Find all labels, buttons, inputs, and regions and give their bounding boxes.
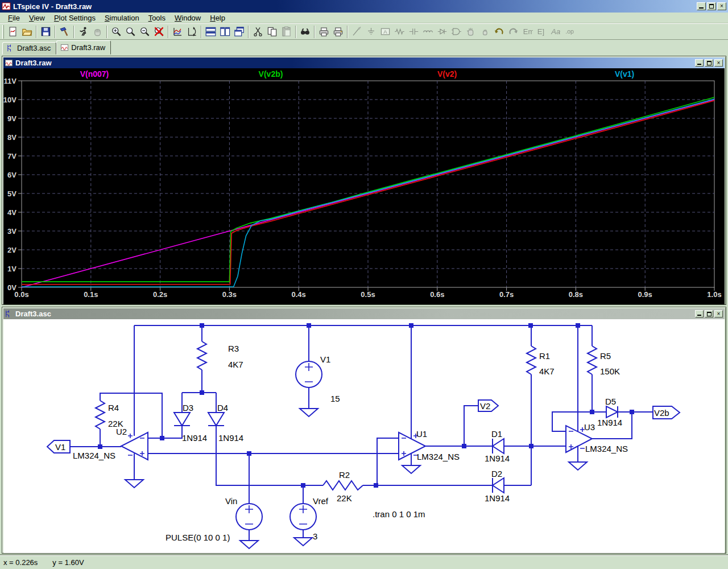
- schematic-minimize-button[interactable]: [695, 310, 704, 318]
- toolbar-separator: [36, 26, 37, 38]
- tile-horizontal-icon: [205, 26, 216, 37]
- resistor-R3[interactable]: [197, 341, 206, 370]
- app-title: LTspice IV - Draft3.raw: [13, 2, 697, 11]
- legend-item-V(v1)[interactable]: V(v1): [615, 69, 634, 79]
- svg-text:0.5s: 0.5s: [361, 290, 375, 299]
- zoom-out-button[interactable]: [138, 25, 152, 39]
- menu-item-plot-settings[interactable]: Plot Settings: [49, 13, 100, 23]
- find-button[interactable]: [298, 25, 312, 39]
- port-flag-V2b[interactable]: V2b: [653, 406, 680, 419]
- schematic-label-R3: R3: [228, 344, 239, 353]
- waveform-maximize-button[interactable]: [705, 59, 713, 67]
- run-icon: [78, 26, 89, 37]
- move-button: [464, 25, 478, 39]
- schematic-window-titlebar[interactable]: Draft3.asc ×: [3, 308, 725, 319]
- app-minimize-button[interactable]: [697, 2, 706, 10]
- legend-item-V(v2b)[interactable]: V(v2b): [259, 69, 283, 79]
- waveform-chart[interactable]: 0V1V2V3V4V5V6V7V8V9V10V11V0.0s0.1s0.2s0.…: [3, 68, 725, 304]
- legend-item-V(v2)[interactable]: V(v2): [437, 69, 457, 79]
- autorange-button[interactable]: [171, 25, 185, 39]
- mark-data-button[interactable]: [185, 25, 199, 39]
- diode-D2[interactable]: [493, 478, 504, 493]
- schematic-canvas[interactable]: V1 V2 V2b R34K7V115D3D41N9141N914R422KU2…: [3, 319, 725, 553]
- tab-label: Draft3.raw: [71, 43, 105, 52]
- menu-item-window[interactable]: Window: [170, 13, 205, 23]
- resistor-R1[interactable]: [527, 346, 536, 374]
- ltspice-logo-icon: [2, 2, 11, 11]
- undo-button[interactable]: [492, 25, 506, 39]
- resistor-button: [392, 25, 407, 39]
- resistor-R4[interactable]: [96, 401, 105, 429]
- resistor-icon: [394, 26, 405, 37]
- diode-D1[interactable]: [493, 439, 504, 453]
- new-schematic-button[interactable]: [6, 25, 20, 39]
- cascade-button[interactable]: [232, 25, 246, 39]
- trace-legend: V(n007)V(v2b)V(v2)V(v1): [3, 69, 725, 79]
- svg-text:0.8s: 0.8s: [569, 290, 583, 299]
- run-button[interactable]: [76, 25, 90, 39]
- schematic-file-icon: [6, 44, 15, 52]
- diode-D5[interactable]: [606, 406, 618, 418]
- svg-text:4V: 4V: [7, 208, 16, 217]
- save-icon: [40, 26, 51, 37]
- tab-draft3-raw[interactable]: Draft3.raw: [56, 40, 111, 55]
- copy-button[interactable]: [265, 25, 279, 39]
- svg-text:10V: 10V: [3, 96, 16, 104]
- menu-item-file[interactable]: File: [3, 13, 24, 23]
- waveform-plot-area[interactable]: V(n007)V(v2b)V(v2)V(v1) 0V1V2V3V4V5V6V7V…: [3, 68, 725, 304]
- ground-symbols: [125, 409, 587, 549]
- menu-item-help[interactable]: Help: [205, 13, 230, 23]
- save-button[interactable]: [39, 25, 53, 39]
- schematic-label-LM324-NS: LM324_NS: [417, 452, 460, 461]
- tile-vertical-button[interactable]: [218, 25, 232, 39]
- menu-item-view[interactable]: View: [24, 13, 49, 23]
- zoom-back-button[interactable]: [123, 25, 138, 39]
- voltage-source-Vin[interactable]: [236, 504, 262, 530]
- tile-horizontal-button[interactable]: [204, 25, 218, 39]
- svg-text:1V: 1V: [7, 265, 16, 273]
- waveform-minimize-button[interactable]: [695, 59, 704, 67]
- cut-button[interactable]: [251, 25, 265, 39]
- resistor-R2[interactable]: [323, 481, 363, 490]
- schematic-close-button[interactable]: ×: [714, 310, 723, 318]
- control-panel-button[interactable]: [57, 25, 72, 39]
- net-label-icon: A: [380, 26, 391, 37]
- menu-bar: FileViewPlot SettingsSimulationToolsWind…: [0, 13, 728, 23]
- spice-directive-button: .op: [563, 25, 577, 39]
- resistor-R5[interactable]: [588, 346, 597, 374]
- menu-item-tools[interactable]: Tools: [144, 13, 170, 23]
- tab-draft3-asc[interactable]: Draft3.asc: [2, 42, 56, 55]
- waveform-window-titlebar[interactable]: Draft3.raw ×: [3, 57, 725, 68]
- text-button: Aa: [549, 25, 563, 39]
- svg-text:0.4s: 0.4s: [292, 290, 306, 299]
- waveform-close-button[interactable]: ×: [714, 59, 723, 67]
- schematic-label-D4: D4: [217, 403, 228, 413]
- rotate-icon: Em: [522, 26, 533, 37]
- schematic-maximize-button[interactable]: [705, 310, 713, 318]
- zoom-full-button[interactable]: [152, 25, 166, 39]
- schematic-label-3: 3: [313, 531, 317, 541]
- menu-item-simulation[interactable]: Simulation: [100, 13, 144, 23]
- paste-icon: [281, 26, 292, 37]
- legend-item-V(n007)[interactable]: V(n007): [80, 69, 109, 79]
- print-preview-button[interactable]: [317, 25, 331, 39]
- open-file-button[interactable]: [20, 25, 34, 39]
- zoom-in-button[interactable]: [109, 25, 123, 39]
- diode-D3[interactable]: [174, 413, 190, 426]
- paste-button: [279, 25, 293, 39]
- print-button[interactable]: [331, 25, 345, 39]
- diode-D4[interactable]: [208, 413, 224, 426]
- port-flag-V1[interactable]: V1: [47, 440, 70, 453]
- autorange-icon: [172, 26, 183, 37]
- tile-vertical-icon: [220, 26, 230, 37]
- waveform-window-title: Draft3.raw: [15, 59, 695, 67]
- schematic-label-1N914: 1N914: [485, 453, 510, 463]
- schematic-label-D3: D3: [183, 403, 193, 413]
- toolbar-separator: [295, 26, 296, 38]
- voltage-source-Vref[interactable]: [290, 504, 316, 530]
- voltage-source-V1[interactable]: [296, 361, 322, 387]
- app-close-button[interactable]: ×: [717, 2, 726, 10]
- app-restore-button[interactable]: [707, 2, 716, 10]
- port-flag-V2[interactable]: V2: [478, 400, 498, 411]
- schematic-label-LM324-NS: LM324_NS: [585, 444, 628, 453]
